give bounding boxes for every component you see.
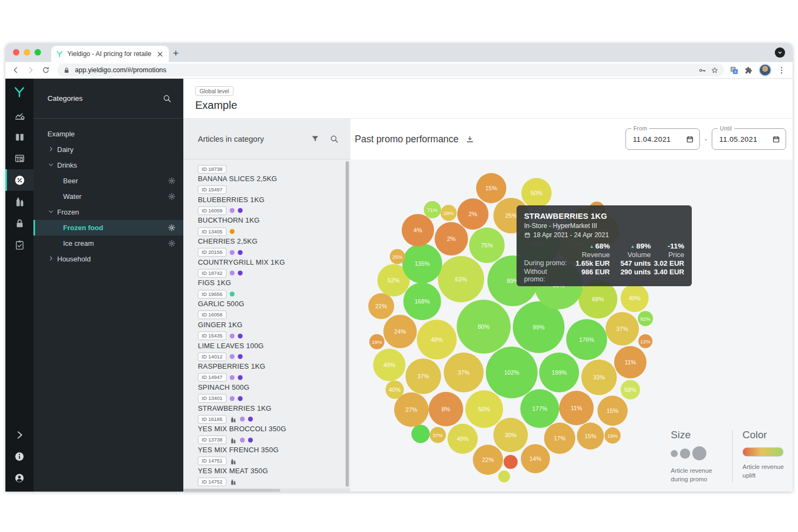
bubble-2%[interactable]: 2%	[457, 198, 489, 230]
category-item-example[interactable]: Example	[33, 126, 183, 142]
chevron-right-icon[interactable]	[47, 146, 56, 154]
bubble-49%[interactable]: 49%	[448, 424, 478, 454]
bubble-37%[interactable]: 37%	[606, 312, 639, 346]
rail-item-analytics[interactable]	[5, 105, 33, 126]
calendar-icon[interactable]	[772, 135, 780, 143]
rail-item-expand-chevron[interactable]	[5, 424, 33, 446]
rail-item-promotions-percent[interactable]	[5, 169, 33, 191]
article-item[interactable]: ID 14751YES MIX MEAT 350G	[198, 457, 350, 478]
bubble-50%[interactable]: 50%	[521, 178, 552, 208]
new-tab-button[interactable]: +	[169, 46, 183, 60]
bubble-33%[interactable]: 33%	[581, 360, 617, 395]
bubble-49%[interactable]: 49%	[373, 349, 405, 381]
search-icon[interactable]	[329, 134, 339, 143]
bubble-58%[interactable]: 58%	[621, 380, 640, 399]
address-bar[interactable]: app.yieldigo.com/#/promotions	[57, 64, 724, 77]
bubble-75%[interactable]: 75%	[469, 227, 505, 263]
vertical-scrollbar[interactable]	[346, 161, 349, 487]
category-item-dairy[interactable]: Dairy	[33, 142, 183, 157]
bubble-37%[interactable]: 37%	[444, 353, 484, 392]
back-icon[interactable]	[10, 64, 22, 76]
chevron-down-icon[interactable]	[47, 208, 56, 217]
star-icon[interactable]	[711, 66, 719, 74]
bubble-15%[interactable]: 15%	[577, 423, 604, 450]
bubble-177%[interactable]: 177%	[520, 389, 559, 428]
article-item[interactable]: ID 16058GINGER 1KG	[198, 310, 350, 331]
rail-item-compare-columns[interactable]	[5, 126, 33, 148]
bubble-37%[interactable]: 37%	[430, 427, 446, 443]
horizontal-scrollbar[interactable]	[183, 488, 350, 492]
gear-icon[interactable]	[168, 192, 176, 201]
bubble-4%[interactable]: 4%	[402, 214, 434, 246]
article-item[interactable]: ID 14012RASPBERRIES 1KG	[198, 352, 350, 373]
rail-item-price-table[interactable]	[5, 148, 33, 169]
minimize-window-button[interactable]	[24, 49, 30, 56]
search-icon[interactable]	[162, 94, 171, 103]
bubble-168%[interactable]: 168%	[403, 282, 441, 320]
article-item[interactable]: ID 15435LIME LEAVES 100G	[198, 331, 350, 353]
article-item[interactable]: ID 13401STRAWBERRIES 1KG	[198, 394, 350, 415]
article-item[interactable]: ID 16185YES MIX BROCCOLI 350G	[198, 414, 350, 436]
category-item-drinks[interactable]: Drinks	[33, 157, 183, 173]
category-item-water[interactable]: Water	[33, 189, 183, 204]
category-item-ice-cream[interactable]: Ice cream	[33, 236, 183, 251]
gear-icon[interactable]	[168, 177, 176, 185]
article-item[interactable]: ID 18742FIGS 1KG	[198, 268, 350, 289]
bubble-14%[interactable]: 14%	[521, 444, 550, 473]
date-from-value[interactable]: 11.04.2021	[633, 135, 686, 143]
bubble-12%[interactable]: 12%	[638, 334, 652, 348]
forward-icon[interactable]	[25, 64, 37, 76]
bubble-8%[interactable]: 8%	[429, 392, 463, 426]
bubble-2%[interactable]: 2%	[435, 222, 468, 255]
bubble-17%[interactable]: 17%	[544, 423, 575, 454]
bubble-unlabeled[interactable]	[411, 425, 430, 443]
rail-item-products[interactable]	[5, 191, 33, 212]
bubble-40%[interactable]: 40%	[386, 381, 404, 399]
bubble-102%[interactable]: 102%	[486, 347, 538, 398]
article-item[interactable]: ID 13738YES MIX FRENCH 350G	[198, 436, 350, 457]
article-item[interactable]: ID 18738BANANA SLICES 2,5KG	[198, 164, 350, 185]
close-window-button[interactable]	[13, 49, 19, 56]
date-until-value[interactable]: 11.05.2021	[719, 135, 772, 143]
scrollbar-thumb[interactable]	[183, 489, 280, 492]
article-item[interactable]: ID 15497BLUEBERRIES 1KG	[198, 185, 350, 206]
bubble-19%[interactable]: 19%	[369, 334, 384, 349]
bubble-28%[interactable]: 28%	[441, 205, 457, 221]
bubble-135%[interactable]: 135%	[402, 244, 442, 284]
url-text[interactable]: app.yieldigo.com/#/promotions	[75, 66, 694, 74]
rail-item-security-lock[interactable]	[5, 212, 33, 234]
bubble-30%[interactable]: 30%	[493, 418, 528, 452]
close-tab-icon[interactable]: ✕	[155, 50, 164, 58]
extensions-icon[interactable]	[744, 66, 753, 75]
bubble-199%[interactable]: 199%	[539, 353, 579, 392]
article-item[interactable]: ID 19656GARLIC 500G	[198, 289, 350, 310]
bubble-49%[interactable]: 49%	[621, 284, 649, 312]
bubble-15%[interactable]: 15%	[597, 396, 628, 426]
bubble-11%[interactable]: 11%	[559, 391, 594, 425]
bubble-22%[interactable]: 22%	[368, 293, 394, 319]
bubble-unlabeled[interactable]	[504, 455, 518, 469]
article-item[interactable]: ID 16059BUCKTHORN 1KG	[198, 206, 350, 227]
calendar-icon[interactable]	[686, 135, 694, 143]
translate-icon[interactable]: Aa	[730, 66, 739, 75]
bubble-22%[interactable]: 22%	[473, 445, 503, 475]
bubble-unlabeled[interactable]	[498, 471, 510, 482]
bubble-48%[interactable]: 48%	[417, 320, 457, 360]
category-item-household[interactable]: Household	[33, 251, 183, 267]
bubble-37%[interactable]: 37%	[405, 358, 441, 394]
bubble-19%[interactable]: 19%	[604, 427, 621, 444]
bubble-24%[interactable]: 24%	[383, 315, 417, 348]
article-item[interactable]: ID 14947SPINACH 500G	[198, 373, 350, 394]
bubble-15%[interactable]: 15%	[476, 173, 506, 203]
bubble-63%[interactable]: 63%	[438, 256, 484, 302]
chevron-right-icon[interactable]	[47, 255, 56, 264]
article-item[interactable]: ID 20156COUNTRYGRILL MIX 1KG	[198, 248, 350, 269]
kebab-menu-icon[interactable]	[777, 66, 786, 75]
tab-overflow-button[interactable]	[775, 47, 785, 58]
refresh-icon[interactable]	[40, 64, 52, 76]
browser-tab[interactable]: Yieldigo - AI pricing for retailer ✕	[51, 46, 169, 62]
download-icon[interactable]	[465, 135, 474, 144]
zoom-window-button[interactable]	[35, 49, 41, 56]
rail-item-tasks-clipboard[interactable]	[5, 234, 33, 255]
article-item[interactable]: ID 13405CHERRIES 2,5KG	[198, 227, 350, 248]
